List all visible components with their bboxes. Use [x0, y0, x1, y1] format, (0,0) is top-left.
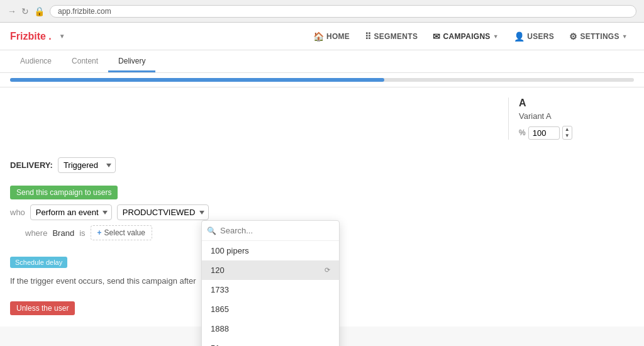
who-row: who Perform an event PRODUCTVIEWED: [10, 204, 634, 220]
who-label: who: [10, 208, 25, 217]
settings-icon: ⚙: [569, 31, 577, 42]
url-text: app.frizbite.com: [58, 7, 111, 16]
percent-control: % ▲ ▼: [519, 126, 634, 140]
progress-bar-fill: [10, 78, 384, 82]
campaigns-icon: ✉: [433, 31, 440, 42]
refresh-button[interactable]: ↻: [21, 6, 29, 16]
content-area: Audience Content Delivery A Variant A: [0, 50, 644, 346]
dropdown-item-100pipers[interactable]: 100 pipers: [202, 241, 339, 260]
nav-home-label: HOME: [326, 32, 350, 41]
back-button[interactable]: →: [8, 6, 16, 16]
dropdown-menu: 🔍 100 pipers 120 ⟳ 1733 1865 1888 51: [201, 220, 340, 346]
nav-settings[interactable]: ⚙ SETTINGS ▼: [563, 28, 634, 45]
event-name-select[interactable]: PRODUCTVIEWED: [117, 204, 209, 220]
where-label: where: [25, 228, 47, 238]
percent-icon: %: [519, 128, 526, 137]
nav-segments[interactable]: ⠿ SEGMENTS: [358, 28, 424, 45]
select-value-button[interactable]: + Select value: [91, 225, 152, 240]
delivery-select[interactable]: Triggered Immediate Scheduled: [58, 157, 116, 173]
variant-label: A: [519, 98, 634, 109]
schedule-badge: Schedule delay: [10, 257, 67, 268]
loading-icon: ⟳: [325, 266, 330, 274]
percent-down-button[interactable]: ▼: [563, 133, 572, 139]
top-nav: Frizbite . ▼ 🏠 HOME ⠿ SEGMENTS ✉ CAMPAIG…: [0, 23, 644, 50]
logo-chevron[interactable]: ▼: [59, 33, 65, 40]
secure-icon: 🔒: [34, 6, 45, 16]
tab-audience[interactable]: Audience: [10, 52, 62, 72]
sub-tabs: Audience Content Delivery: [0, 50, 644, 73]
nav-segments-label: SEGMENTS: [374, 32, 418, 41]
nav-users[interactable]: 👤 USERS: [508, 28, 560, 45]
nav-campaigns-label: CAMPAIGNS: [443, 32, 491, 41]
home-icon: 🏠: [313, 31, 324, 42]
nav-items: 🏠 HOME ⠿ SEGMENTS ✉ CAMPAIGNS ▼ 👤 USERS …: [307, 28, 634, 45]
dropdown-search-container: 🔍: [202, 221, 339, 241]
progress-bar-background: [10, 78, 634, 82]
right-panel: A Variant A % ▲ ▼: [508, 98, 634, 140]
browser-chrome: → ↻ 🔒 app.frizbite.com: [0, 0, 644, 23]
campaigns-chevron: ▼: [493, 33, 499, 40]
unless-badge[interactable]: Unless the user: [10, 301, 75, 315]
plus-icon: +: [97, 228, 102, 237]
dropdown-item-51[interactable]: 51: [202, 338, 339, 346]
select-value-label: Select value: [104, 228, 145, 237]
tab-delivery[interactable]: Delivery: [108, 52, 155, 72]
percent-stepper: ▲ ▼: [562, 126, 572, 140]
schedule-description: If the trigger event occurs, send this c…: [10, 276, 196, 286]
nav-users-label: USERS: [527, 32, 554, 41]
users-icon: 👤: [514, 31, 525, 42]
search-icon: 🔍: [207, 226, 216, 235]
delivery-section: DELIVERY: Triggered Immediate Scheduled: [0, 150, 644, 181]
percent-up-button[interactable]: ▲: [563, 126, 572, 133]
logo-dot: .: [48, 31, 51, 42]
url-bar[interactable]: app.frizbite.com: [50, 5, 636, 18]
progress-area: [0, 73, 644, 87]
event-action-select[interactable]: Perform an event: [30, 204, 112, 220]
nav-campaigns[interactable]: ✉ CAMPAIGNS ▼: [426, 28, 505, 45]
segments-icon: ⠿: [365, 31, 371, 42]
nav-home[interactable]: 🏠 HOME: [307, 28, 357, 45]
left-panel: [10, 98, 496, 140]
is-label: is: [79, 228, 85, 238]
send-campaign-badge[interactable]: Send this campaign to users: [10, 186, 118, 199]
main-section: A Variant A % ▲ ▼: [0, 87, 644, 150]
dropdown-item-1733[interactable]: 1733: [202, 280, 339, 299]
dropdown-item-1888[interactable]: 1888: [202, 319, 339, 338]
dropdown-item-120[interactable]: 120 ⟳: [202, 260, 339, 280]
tab-content[interactable]: Content: [62, 52, 108, 72]
nav-settings-label: SETTINGS: [580, 32, 619, 41]
logo[interactable]: Frizbite .: [10, 31, 52, 42]
percent-input[interactable]: [528, 126, 560, 140]
dropdown-search-input[interactable]: [220, 226, 334, 235]
app-container: Frizbite . ▼ 🏠 HOME ⠿ SEGMENTS ✉ CAMPAIG…: [0, 23, 644, 346]
brand-label: Brand: [52, 228, 74, 238]
settings-chevron: ▼: [622, 33, 628, 40]
variant-name: Variant A: [519, 111, 634, 121]
dropdown-item-1865[interactable]: 1865: [202, 299, 339, 319]
logo-text: Frizbite: [10, 31, 46, 42]
delivery-label: DELIVERY:: [10, 160, 53, 170]
